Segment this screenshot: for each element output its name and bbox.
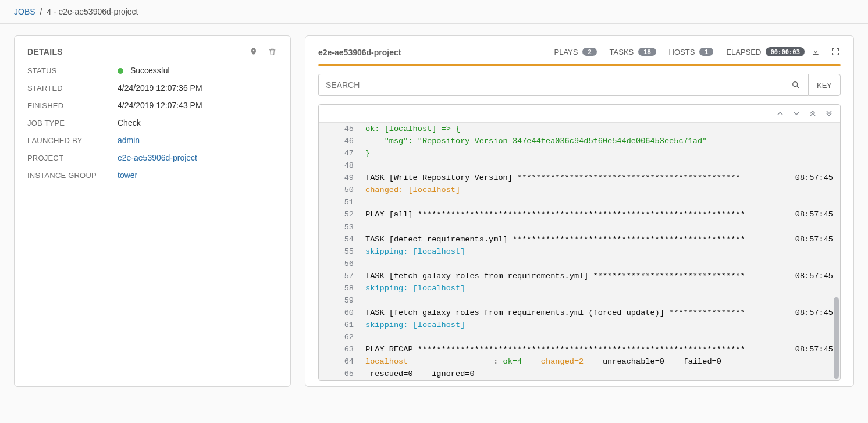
started-label: STARTED: [27, 84, 118, 93]
line-text: [361, 331, 830, 343]
line-number: 54: [319, 233, 361, 246]
line-number: 65: [319, 368, 361, 380]
line-timestamp: [830, 221, 840, 233]
line-number: 62: [319, 331, 361, 343]
search-row: KEY: [318, 74, 841, 96]
line-number: 56: [319, 258, 361, 270]
output-title: e2e-ae53906d-project: [318, 48, 401, 57]
output-line: 52PLAY [all] ***************************…: [319, 208, 840, 221]
output-line: 45ok: [localhost] => {: [319, 123, 840, 135]
output-line: 58skipping: [localhost]: [319, 282, 840, 294]
output-line: 46 "msg": "Repository Version 347e44fea0…: [319, 135, 840, 147]
details-title: DETAILS: [27, 47, 63, 56]
jobtype-value: Check: [118, 118, 141, 127]
hosts-label: HOSTS: [669, 48, 695, 56]
line-timestamp: 08:57:45: [792, 172, 840, 184]
output-wrap: 45ok: [localhost] => {46 "msg": "Reposit…: [318, 104, 841, 381]
finished-value: 4/24/2019 12:07:43 PM: [118, 101, 202, 110]
tasks-label: TASKS: [610, 48, 634, 56]
launched-label: LAUNCHED BY: [27, 136, 118, 145]
output-line: 64localhost : ok=4 changed=2 unreachable…: [319, 356, 840, 368]
breadcrumb-sep: /: [40, 7, 42, 16]
output-line: 62: [319, 331, 840, 343]
line-text: [361, 159, 830, 172]
elapsed-label: ELAPSED: [726, 48, 761, 56]
finished-label: FINISHED: [27, 101, 118, 110]
line-timestamp: [830, 123, 840, 135]
accent-divider: [318, 64, 841, 66]
line-number: 45: [319, 123, 361, 135]
row-status: STATUS Successful: [27, 62, 278, 79]
plays-label: PLAYS: [554, 48, 578, 56]
output-line: 56: [319, 258, 840, 270]
double-chevron-down-icon[interactable]: [824, 108, 834, 119]
line-number: 50: [319, 184, 361, 196]
details-panel: DETAILS STATUS Successful STARTED4/24: [14, 35, 291, 387]
line-text: ok: [localhost] => {: [361, 123, 830, 135]
breadcrumb-root[interactable]: JOBS: [14, 7, 35, 16]
project-link[interactable]: e2e-ae53906d-project: [118, 153, 197, 162]
line-number: 60: [319, 307, 361, 319]
output-line: 57TASK [fetch galaxy roles from requirem…: [319, 270, 840, 282]
status-text: Successful: [130, 66, 170, 75]
line-number: 52: [319, 208, 361, 221]
elapsed-value: 00:00:03: [766, 47, 805, 56]
output-body[interactable]: 45ok: [localhost] => {46 "msg": "Reposit…: [319, 123, 840, 380]
line-text: TASK [detect requirements.yml] *********…: [361, 233, 792, 246]
search-input[interactable]: [318, 74, 784, 96]
line-number: 55: [319, 246, 361, 258]
line-timestamp: 08:57:45: [792, 233, 840, 246]
line-text: }: [361, 147, 830, 159]
hosts-count: 1: [699, 48, 713, 56]
line-text: localhost : ok=4 changed=2 unreachable=0…: [361, 356, 830, 368]
line-text: TASK [fetch galaxy roles from requiremen…: [361, 307, 792, 319]
output-line: 51: [319, 196, 840, 208]
line-number: 49: [319, 172, 361, 184]
line-timestamp: 08:57:45: [792, 343, 840, 356]
line-timestamp: [830, 282, 840, 294]
line-number: 46: [319, 135, 361, 147]
download-icon[interactable]: [810, 47, 821, 57]
status-value: Successful: [118, 66, 170, 75]
line-text: TASK [fetch galaxy roles from requiremen…: [361, 270, 792, 282]
breadcrumb: JOBS / 4 - e2e-ae53906d-project: [0, 0, 868, 24]
line-timestamp: [830, 184, 840, 196]
line-number: 57: [319, 270, 361, 282]
line-text: skipping: [localhost]: [361, 282, 830, 294]
line-timestamp: 08:57:45: [792, 270, 840, 282]
line-text: [361, 221, 830, 233]
output-line: 50changed: [localhost]: [319, 184, 840, 196]
line-text: rescued=0 ignored=0: [361, 368, 830, 380]
rocket-icon[interactable]: [248, 47, 259, 57]
output-line: 47}: [319, 147, 840, 159]
double-chevron-up-icon[interactable]: [807, 108, 818, 119]
line-number: 64: [319, 356, 361, 368]
key-button[interactable]: KEY: [808, 74, 841, 96]
output-panel: e2e-ae53906d-project PLAYS2 TASKS18 HOST…: [305, 35, 854, 387]
output-line: 59: [319, 294, 840, 307]
line-number: 51: [319, 196, 361, 208]
tasks-count: 18: [638, 48, 656, 56]
instance-group-link[interactable]: tower: [118, 170, 137, 180]
line-text: PLAY [all] *****************************…: [361, 208, 792, 221]
jobtype-label: JOB TYPE: [27, 119, 118, 127]
expand-icon[interactable]: [830, 47, 841, 57]
output-line: 60TASK [fetch galaxy roles from requirem…: [319, 307, 840, 319]
output-line: 54TASK [detect requirements.yml] *******…: [319, 233, 840, 246]
search-button[interactable]: [784, 74, 808, 96]
line-timestamp: [830, 246, 840, 258]
status-dot-icon: [118, 68, 123, 74]
output-line: 55skipping: [localhost]: [319, 246, 840, 258]
trash-icon[interactable]: [267, 47, 278, 57]
scrollbar-thumb[interactable]: [834, 297, 839, 379]
chevron-up-icon[interactable]: [775, 108, 785, 119]
line-text: [361, 294, 830, 307]
launched-by-link[interactable]: admin: [118, 136, 140, 145]
chevron-down-icon[interactable]: [791, 108, 802, 119]
instance-group-label: INSTANCE GROUP: [27, 171, 118, 180]
started-value: 4/24/2019 12:07:36 PM: [118, 83, 202, 93]
line-number: 53: [319, 221, 361, 233]
line-text: [361, 258, 830, 270]
line-timestamp: [830, 159, 840, 172]
line-timestamp: 08:57:45: [792, 208, 840, 221]
